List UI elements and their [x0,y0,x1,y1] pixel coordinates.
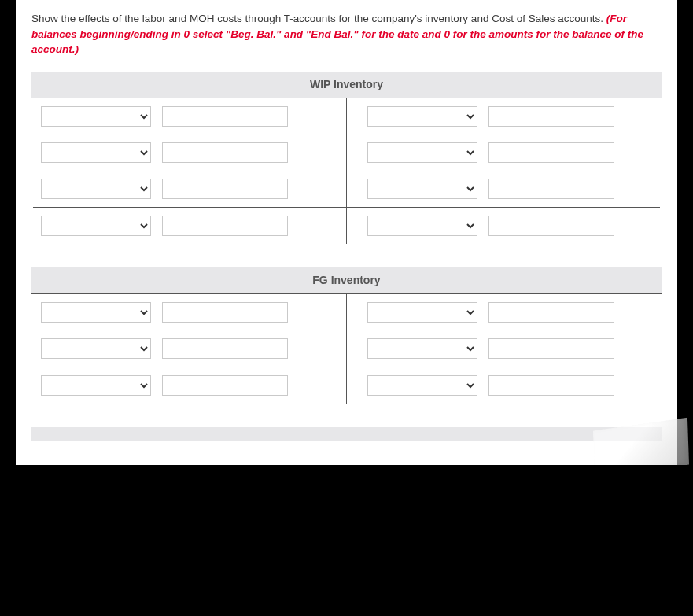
table-row [31,98,662,135]
debit-cell [31,171,347,207]
amount-input[interactable] [162,106,288,127]
date-select[interactable] [367,179,477,199]
amount-input[interactable] [162,142,288,163]
debit-cell [31,98,347,135]
date-select[interactable] [41,216,151,236]
debit-cell [31,135,347,171]
table-row [31,294,662,330]
table-row [31,171,662,207]
amount-input[interactable] [488,142,614,163]
credit-cell [347,171,662,207]
date-select[interactable] [41,106,151,127]
debit-cell [31,367,347,404]
table-row [31,135,662,171]
date-select[interactable] [367,106,477,127]
balance-row [31,208,662,244]
credit-cell [347,367,662,404]
debit-cell [31,208,347,244]
date-select[interactable] [367,375,477,396]
credit-cell [347,135,662,171]
amount-input[interactable] [488,302,614,323]
date-select[interactable] [367,142,477,163]
next-account-header [31,427,662,441]
worksheet-page: Show the effects of the labor and MOH co… [16,0,677,465]
amount-input[interactable] [488,216,614,236]
date-select[interactable] [367,302,477,323]
amount-input[interactable] [488,375,614,396]
amount-input[interactable] [488,106,614,127]
amount-input[interactable] [488,179,614,199]
fg-t-account [31,294,662,404]
amount-input[interactable] [162,216,288,236]
amount-input[interactable] [162,302,288,323]
wip-title: WIP Inventory [31,72,662,98]
debit-cell [31,330,347,367]
instruction-text: Show the effects of the labor and MOH co… [31,13,603,24]
date-select[interactable] [41,179,151,199]
fg-account: FG Inventory [31,267,662,404]
date-select[interactable] [41,375,151,396]
credit-cell [347,294,662,330]
amount-input[interactable] [162,338,288,359]
fg-title: FG Inventory [31,267,662,294]
wip-t-account [31,98,662,244]
credit-cell [347,330,662,367]
date-select[interactable] [41,142,151,163]
date-select[interactable] [41,302,151,323]
debit-cell [31,294,347,330]
credit-cell [347,208,662,244]
date-select[interactable] [367,338,477,359]
balance-row [31,367,662,404]
instructions: Show the effects of the labor and MOH co… [31,11,662,57]
credit-cell [347,98,662,135]
amount-input[interactable] [162,375,288,396]
date-select[interactable] [41,338,151,359]
amount-input[interactable] [162,179,288,199]
table-row [31,330,662,367]
date-select[interactable] [367,216,477,236]
amount-input[interactable] [488,338,614,359]
wip-account: WIP Inventory [31,72,662,244]
